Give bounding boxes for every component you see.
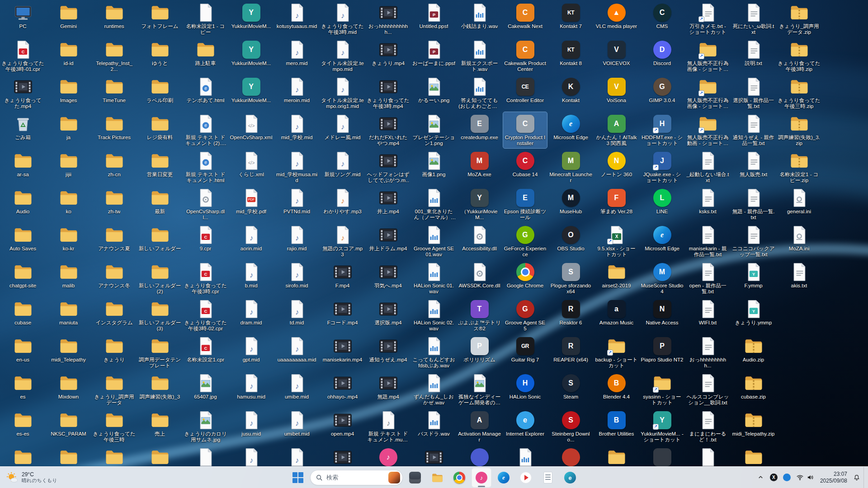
desktop-icon[interactable]: ↗backup - ショートカット [594,334,638,371]
desktop-icon[interactable] [412,446,456,466]
desktop-icon[interactable]: J↗JQuake.exe - ショートカット [640,149,684,185]
desktop-icon[interactable]: Auto Saves [1,223,45,259]
desktop-icon[interactable]: きょうり食ってた.mp4 [1,75,45,111]
desktop-icon[interactable]: C9.cpr [184,223,227,259]
taskbar-notes-app[interactable] [538,468,558,488]
desktop-icon[interactable] [321,446,364,466]
desktop-icon[interactable]: AWSSDK.Core.dll [458,260,501,296]
desktop-icon[interactable]: 通知うぜえ - 親作品一覧.txt [731,112,775,148]
notification-button[interactable] [851,469,863,487]
desktop-icon[interactable]: HALion Sonic 01.wav [412,260,456,296]
desktop-icon[interactable]: Track Pictures [92,112,136,148]
taskbar-app-window-dark[interactable] [405,468,425,488]
desktop-icon[interactable]: 通知うぜえ.mp4 [366,334,410,371]
desktop-icon[interactable]: _起動しない場合.txt [686,149,730,185]
desktop-icon[interactable]: Cきょうり食ってた午後3時-02.cpr [184,297,227,333]
desktop-icon[interactable]: es [1,371,45,408]
desktop-icon[interactable]: maniuta [47,297,90,333]
desktop-icon[interactable]: きょうり.mp4 [366,38,410,74]
desktop-icon[interactable]: Audio.zip [731,334,775,371]
desktop-icon[interactable]: きょうり食ってた午後三時 [92,408,136,445]
desktop-icon[interactable]: きょうり食ってた午後3時.mp4 [366,75,410,111]
desktop-icon[interactable]: CCakewalk Next [503,1,547,37]
desktop-icon[interactable]: ▲VLC media player [594,1,638,37]
desktop-icon[interactable]: ♪ [229,446,273,466]
desktop-icon[interactable]: まにまにわーるど！.txt [686,408,730,445]
desktop-icon[interactable] [731,446,775,466]
desktop-icon[interactable]: 最新 [138,186,182,222]
desktop-icon[interactable]: 新しいフォルダー (3) [138,297,182,333]
desktop-icon[interactable]: ↗無人販売不正行為動画 - ショートカット [686,112,730,148]
desktop-icon[interactable]: e新規 テキスト ドキュメント.html [184,149,227,185]
desktop-icon[interactable]: RReaktor 6 [549,297,593,333]
desktop-icon[interactable]: 名称未設定1 - コピー.zip [777,149,821,185]
desktop-icon[interactable]: general.ini [777,186,821,222]
desktop-icon[interactable]: ♪タイトル未設定.tempo.orig1.mid [321,75,364,111]
desktop-icon[interactable]: きょうりのカロリ用サムネ.jpg [184,408,227,445]
desktop-icon[interactable]: ♪タイトル未設定.tempo.mid [321,38,364,74]
desktop-icon[interactable]: 無題 - 親作品一覧.txt [731,186,775,222]
desktop-icon[interactable]: ニコニコバックアップ一覧.txt [731,223,775,259]
desktop-icon[interactable] [184,446,227,466]
desktop-icon[interactable]: きょうり食ってた午後3時.zip [777,38,821,74]
tray-chevron-button[interactable] [755,469,767,487]
desktop-icon[interactable]: プレゼンテーション1.png [412,112,456,148]
desktop-icon[interactable]: zh-tw [92,186,136,222]
desktop-icon[interactable]: en-us [1,334,45,371]
desktop-icon[interactable]: Accessibility.dll [458,223,501,259]
desktop-icon[interactable]: ↗syasinn - ショートカット [640,371,684,408]
desktop-icon[interactable]: eInternet Explorer [503,408,547,445]
desktop-icon[interactable]: ヘルスコンプレッション__歌詞.txt [686,371,730,408]
desktop-icon[interactable]: Images [47,75,90,111]
desktop-icon[interactable]: ♪ [366,446,410,466]
desktop-icon[interactable]: eテンポあて.html [184,75,227,111]
desktop-icon[interactable]: jijii [47,149,90,185]
desktop-icon[interactable]: malib [47,260,90,296]
desktop-icon[interactable]: GGroove Agent SE 5 [503,297,547,333]
desktop-icon[interactable]: </>OpenCvSharp.xml [229,112,273,148]
desktop-icon[interactable]: C名称未設定1.cpr [184,334,227,371]
desktop-icon[interactable]: chatgpt-site [1,260,45,296]
desktop-icon[interactable]: きょうり_調声用データ [92,371,136,408]
desktop-icon[interactable]: ksks.txt [686,186,730,222]
desktop-icon[interactable]: MMuseScore Studio 4 [640,260,684,296]
desktop-icon[interactable]: フォトフレーム [138,1,182,37]
desktop-icon[interactable]: YF.ymmp [731,260,775,296]
desktop-icon[interactable]: 井上.mp4 [366,186,410,222]
desktop-icon[interactable]: 選択版 - 親作品一覧.txt [731,75,775,111]
desktop-icon[interactable]: PDFmid_学校.pdf [229,186,273,222]
desktop-icon[interactable]: ♪aorin.mid [229,223,273,259]
desktop-icon[interactable]: ↗万引きメモ.txt - ショートカット [686,1,730,37]
desktop-icon[interactable]: 売上 [138,408,182,445]
desktop-icon[interactable]: 無題.mp4 [366,371,410,408]
desktop-icon[interactable]: ♪kotusytuaaus.mid [275,1,319,37]
desktop-icon[interactable]: アナウンス冬 [92,260,136,296]
desktop-icon[interactable]: GGeForce Experience [503,223,547,259]
clock[interactable]: 23:07 2025/09/08 [817,471,850,484]
desktop-icon[interactable]: ♪rajio.mid [275,223,319,259]
desktop-icon[interactable]: BBlender 4.4 [594,371,638,408]
weather-widget[interactable]: 29°C 晴れのちくもり [1,468,63,487]
desktop-icon[interactable]: CCMS [640,1,684,37]
desktop-icon[interactable]: ar-sa [1,149,45,185]
desktop-icon[interactable]: きょうり_調声用データ.zip [777,1,821,37]
desktop-icon[interactable]: F筆まめ Ver.28 [594,186,638,222]
desktop-icon[interactable]: airset2-2019 [594,260,638,296]
desktop-icon[interactable]: cubase.zip [731,371,775,408]
desktop-icon[interactable]: ↗無人販売不正行為画像 - ショートカッ... [686,38,730,74]
desktop-icon[interactable]: Pおーばーまに.ppsf [412,38,456,74]
desktop-icon[interactable]: ♪td.mid [275,297,319,333]
desktop-icon[interactable]: MoZA.ini [777,223,821,259]
desktop-icon[interactable]: manisekarin.mp4 [321,334,364,371]
desktop-icon[interactable]: es-es [1,408,45,445]
desktop-icon[interactable]: manisekarin - 親作品一覧.txt [686,223,730,259]
desktop-icon[interactable]: Cきょうり食ってた午後3時.cpr [184,260,227,296]
desktop-icon[interactable] [138,446,182,466]
desktop-icon[interactable]: VVoiSona [594,75,638,111]
desktop-icon[interactable]: ♪jusu.mid [229,408,273,445]
desktop-icon[interactable]: X↗9.5.xlsx - ショートカット [594,223,638,259]
desktop-icon[interactable]: zh-cn [92,149,136,185]
desktop-icon[interactable]: midi_Telepathy.zip [731,408,775,445]
desktop-icon[interactable]: MMuseHub [549,186,593,222]
desktop-icon[interactable]: 001_東北きりたん（ノーマル）_今しゃ... [412,186,456,222]
